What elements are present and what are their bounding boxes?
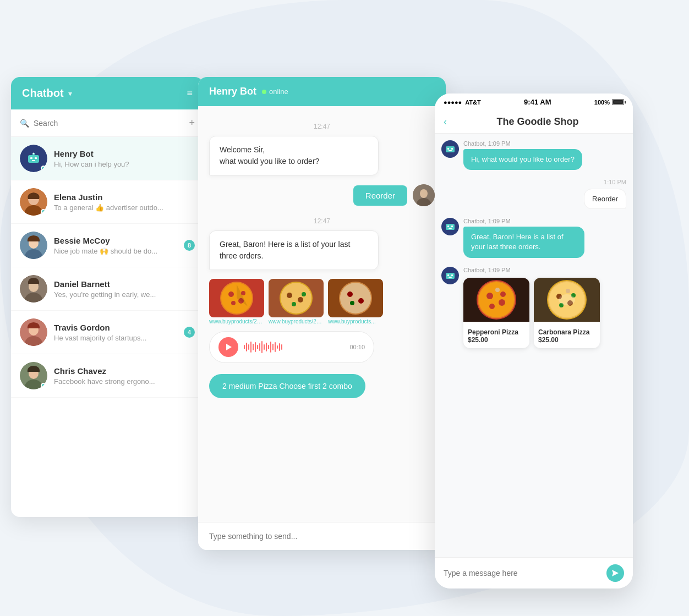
avatar (20, 318, 47, 346)
wave-bar (279, 343, 280, 351)
contact-info: Henry Bot Hi, How can i help you? (54, 149, 195, 168)
list-item[interactable]: Daniel Barnett Yes, you're getting in ea… (11, 267, 204, 311)
contact-info: Chris Chavez Facebook have strong ergono… (54, 366, 195, 386)
wave-bar (253, 344, 254, 350)
chat-input-area (198, 522, 446, 550)
svg-point-34 (287, 293, 292, 298)
bot-icon-small (445, 270, 456, 281)
avatar-image (20, 318, 47, 346)
svg-point-65 (495, 288, 500, 292)
svg-rect-48 (449, 150, 452, 151)
phone-message-content: Chatbot, 1:09 PM Hi, what would you like… (463, 140, 582, 170)
svg-point-41 (347, 292, 353, 297)
online-indicator (41, 383, 46, 388)
pizza-cards-row: Pepperoni Pizza $25.00 (463, 278, 600, 348)
phone-messages: Chatbot, 1:09 PM Hi, what would you like… (435, 134, 633, 557)
bot-icon-small (445, 221, 456, 232)
svg-point-35 (298, 297, 303, 302)
pizza-item: www.buyproducts... (328, 279, 383, 324)
pizza-card[interactable]: Carbonara Pizza $25.00 (534, 278, 600, 348)
svg-point-64 (500, 292, 506, 297)
list-item[interactable]: Elena Justin To a general 👍 advertiser o… (11, 180, 204, 224)
wave-bar (255, 342, 256, 352)
list-item[interactable]: Chris Chavez Facebook have strong ergono… (11, 354, 204, 398)
pizza-name: Carbonara Pizza (538, 328, 595, 336)
chevron-down-icon[interactable]: ▾ (68, 89, 72, 98)
online-status: online (262, 87, 288, 96)
contact-info: Elena Justin To a general 👍 advertiser o… (54, 193, 195, 212)
pizza-item: www.buyproducts/21222332... (209, 279, 264, 324)
phone-user-message-row: Reorder (441, 189, 626, 209)
contact-info: Travis Gordon He vast majority of startu… (54, 323, 184, 342)
bot-icon-small (445, 144, 456, 155)
chat-list-panel: Chatbot ▾ ≡ 🔍 + (11, 77, 204, 517)
phone-message-row: Chatbot, 1:09 PM Great, Baron! Here is a… (441, 218, 626, 257)
svg-point-27 (228, 292, 234, 297)
bot-message: Welcome Sir,what would you like to order… (209, 136, 379, 175)
svg-rect-46 (447, 148, 449, 150)
svg-rect-1 (30, 157, 32, 159)
contact-preview: Nice job mate 🙌 should be do... (54, 247, 184, 255)
contact-preview: Facebook have strong ergono... (54, 377, 195, 386)
contact-name: Bessie McCoy (54, 236, 184, 245)
waveform (244, 339, 344, 355)
svg-point-33 (281, 283, 311, 314)
pizza-link: www.buyproducts/21222332... (209, 318, 264, 324)
contact-preview: Hi, How can i help you? (54, 160, 195, 168)
wave-bar (277, 345, 278, 349)
wave-bar (259, 343, 260, 351)
phone-message-row: Chatbot, 1:09 PM Hi, what would you like… (441, 140, 626, 170)
svg-rect-56 (449, 277, 452, 278)
battery-icon (612, 99, 624, 105)
pizza-card[interactable]: Pepperoni Pizza $25.00 (463, 278, 529, 348)
svg-point-60 (479, 282, 514, 317)
svg-point-42 (358, 298, 364, 304)
list-item[interactable]: Travis Gordon He vast majority of startu… (11, 311, 204, 354)
play-button[interactable] (218, 337, 238, 357)
list-item[interactable]: Henry Bot Hi, How can i help you? (11, 137, 204, 180)
pizza-price: $25.00 (468, 336, 525, 344)
svg-point-61 (486, 293, 493, 299)
wave-bar (246, 343, 247, 351)
send-icon (611, 569, 619, 577)
menu-icon[interactable]: ≡ (187, 87, 193, 99)
svg-rect-51 (451, 226, 453, 227)
chat-panel: Henry Bot online 12:47 Welcome Sir,what … (198, 77, 446, 550)
contact-name: Travis Gordon (54, 323, 184, 332)
avatar (20, 188, 47, 216)
svg-point-74 (566, 289, 570, 293)
back-button[interactable]: ‹ (444, 116, 447, 128)
contact-list: Henry Bot Hi, How can i help you? (11, 137, 204, 511)
chat-header: Henry Bot online (198, 77, 446, 106)
pizza-link: www.buyproducts... (328, 318, 383, 324)
contact-preview: He vast majority of startups... (54, 334, 184, 342)
phone-message-sender: Chatbot, 1:09 PM (463, 218, 584, 224)
message-timestamp: 12:47 (209, 123, 435, 130)
online-indicator (41, 166, 46, 171)
svg-marker-44 (226, 344, 232, 350)
app-title: Chatbot (22, 87, 64, 100)
phone-message-sender: Chatbot, 1:09 PM (463, 140, 582, 147)
search-input[interactable] (34, 119, 184, 128)
contact-preview: To a general 👍 advertiser outdo... (54, 204, 195, 212)
add-icon[interactable]: + (189, 117, 195, 129)
send-button[interactable] (606, 564, 624, 582)
phone-app-title: The Goodie Shop (451, 116, 624, 128)
pizza-images: www.buyproducts/21222332... (209, 279, 435, 324)
message-timestamp: 12:47 (209, 217, 435, 225)
chat-input[interactable] (209, 532, 435, 541)
pizza-image-2 (269, 279, 324, 317)
battery-fill (613, 100, 623, 104)
wave-bar (257, 345, 258, 349)
avatar-image (20, 275, 47, 302)
carbonara-pizza-image (534, 278, 600, 322)
svg-marker-76 (612, 570, 619, 576)
phone-chat-input[interactable] (444, 569, 606, 578)
pizza-info: Pepperoni Pizza $25.00 (463, 324, 529, 348)
phone-message-content: Chatbot, 1:09 PM (463, 267, 600, 348)
pizza-image-3 (328, 279, 383, 317)
chat-list-header: Chatbot ▾ ≡ (11, 77, 204, 109)
reorder-button[interactable]: Reorder (353, 185, 407, 206)
list-item[interactable]: Bessie McCoy Nice job mate 🙌 should be d… (11, 224, 204, 267)
phone-app-header: ‹ The Goodie Shop (435, 111, 633, 134)
